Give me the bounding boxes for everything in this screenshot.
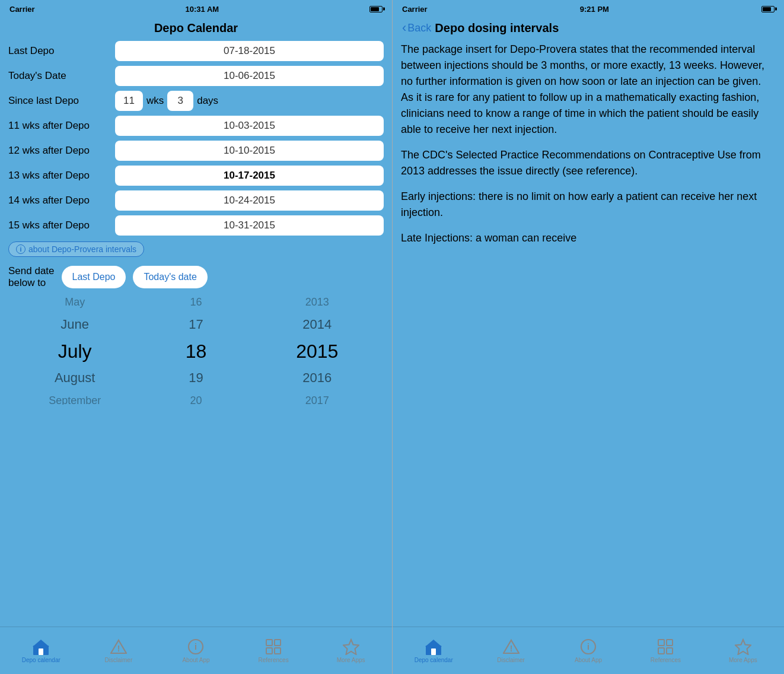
back-label: Back: [407, 22, 431, 34]
info-icon-right: i: [580, 638, 597, 655]
svg-rect-21: [658, 648, 664, 654]
svg-text:i: i: [195, 642, 197, 651]
svg-marker-11: [343, 640, 359, 654]
date-picker[interactable]: May June July August September 16 17 18 …: [8, 298, 384, 405]
content-para-1: The package insert for Depo-Provera stat…: [401, 42, 776, 138]
back-header: ‹ Back Depo dosing intervals: [393, 17, 784, 42]
since-label: Since last Depo: [8, 95, 115, 107]
info-btn-label: about Depo-Provera intervals: [28, 244, 136, 254]
svg-rect-14: [431, 648, 436, 655]
svg-marker-13: [425, 640, 442, 647]
picker-year-2013: 2013: [257, 298, 378, 312]
tab-more-apps-left[interactable]: More Apps: [312, 635, 390, 667]
tab-label-disclaimer-right: Disclaimer: [497, 657, 525, 663]
since-days-value: 3: [167, 91, 193, 111]
tab-depo-calendar-right[interactable]: Depo calendar: [395, 635, 472, 667]
back-button[interactable]: ‹ Back: [402, 20, 431, 36]
picker-month-september: September: [14, 390, 135, 405]
since-weeks-unit: wks: [146, 95, 164, 107]
week-15-value: 10-31-2015: [115, 215, 384, 236]
grid-icon-right: [657, 638, 674, 655]
send-date-row: Send datebelow to Last Depo Today's date: [8, 265, 384, 290]
battery-icon-left: [369, 6, 383, 12]
content-para-2: The CDC's Selected Practice Recommendati…: [401, 147, 776, 179]
tab-label-references-left: References: [259, 657, 289, 663]
status-bar-left: Carrier 10:31 AM: [0, 0, 392, 17]
svg-rect-8: [275, 640, 281, 646]
tab-about-left[interactable]: i About App: [157, 635, 235, 667]
info-button[interactable]: i about Depo-Provera intervals: [8, 241, 144, 257]
tab-references-right[interactable]: References: [627, 635, 704, 667]
tab-more-apps-right[interactable]: More Apps: [705, 635, 782, 667]
since-values: 11 wks 3 days: [115, 91, 218, 111]
svg-rect-20: [667, 640, 673, 646]
svg-marker-1: [33, 640, 49, 647]
picker-month-june: June: [14, 312, 135, 337]
picker-year-col[interactable]: 2013 2014 2015 2016 2017: [257, 298, 378, 405]
picker-year-2016: 2016: [257, 365, 378, 390]
main-content-left: Last Depo 07-18-2015 Today's Date 10-06-…: [0, 41, 392, 627]
tab-references-left[interactable]: References: [235, 635, 313, 667]
picker-day-16: 16: [135, 298, 256, 312]
warning-icon-left: !: [110, 638, 127, 655]
week-15-label: 15 wks after Depo: [8, 220, 115, 231]
right-content: The package insert for Depo-Provera stat…: [393, 42, 784, 627]
grid-icon-left: [265, 638, 282, 655]
tab-disclaimer-right[interactable]: ! Disclaimer: [472, 635, 549, 667]
tab-about-right[interactable]: i About App: [550, 635, 627, 667]
week-13-value: 10-17-2015: [115, 166, 384, 186]
week-row-15: 15 wks after Depo 10-31-2015: [8, 215, 384, 236]
tab-disclaimer-left[interactable]: ! Disclaimer: [80, 635, 158, 667]
week-14-value: 10-24-2015: [115, 190, 384, 211]
since-weeks-value: 11: [115, 91, 143, 111]
todays-date-value[interactable]: 10-06-2015: [115, 66, 384, 86]
tab-bar-right: Depo calendar ! Disclaimer i About App: [393, 627, 784, 674]
left-phone: Carrier 10:31 AM Depo Calendar Last Depo…: [0, 0, 392, 674]
battery-area-right: [761, 6, 775, 12]
carrier-right: Carrier: [402, 5, 428, 14]
star-icon-left: [343, 638, 359, 655]
picker-month-july: July: [14, 337, 135, 365]
picker-day-17: 17: [135, 312, 256, 337]
tab-bar-left: Depo calendar ! Disclaimer i About App: [0, 627, 392, 674]
send-last-depo-button[interactable]: Last Depo: [62, 266, 126, 288]
picker-year-2017: 2017: [257, 390, 378, 405]
content-para-3: Early injections: there is no limit on h…: [401, 189, 776, 221]
picker-year-2014: 2014: [257, 312, 378, 337]
battery-area-left: [369, 6, 383, 12]
last-depo-row: Last Depo 07-18-2015: [8, 41, 384, 61]
tab-label-references-right: References: [651, 657, 681, 663]
time-right: 9:21 PM: [580, 5, 609, 14]
since-days-unit: days: [197, 95, 218, 107]
picker-day-19: 19: [135, 365, 256, 390]
svg-rect-9: [266, 648, 272, 654]
picker-day-col[interactable]: 16 17 18 19 20: [135, 298, 256, 405]
tab-label-more-apps-right: More Apps: [729, 657, 757, 663]
tab-label-depo-calendar-left: Depo calendar: [22, 657, 60, 663]
send-todays-date-button[interactable]: Today's date: [133, 266, 207, 288]
week-12-label: 12 wks after Depo: [8, 145, 115, 157]
send-date-label: Send datebelow to: [8, 265, 55, 290]
warning-icon-right: !: [503, 638, 520, 655]
svg-rect-7: [266, 640, 272, 646]
last-depo-value[interactable]: 07-18-2015: [115, 41, 384, 61]
picker-month-august: August: [14, 365, 135, 390]
house-icon-right: [425, 638, 442, 655]
svg-rect-19: [658, 640, 664, 646]
week-row-13: 13 wks after Depo 10-17-2015: [8, 166, 384, 186]
info-circle-icon: i: [16, 244, 26, 254]
app-header-left: Depo Calendar: [0, 17, 392, 41]
week-11-label: 11 wks after Depo: [8, 120, 115, 132]
picker-month-col[interactable]: May June July August September: [14, 298, 135, 405]
todays-date-row: Today's Date 10-06-2015: [8, 66, 384, 86]
week-14-label: 14 wks after Depo: [8, 195, 115, 206]
tab-label-more-apps-left: More Apps: [337, 657, 365, 663]
tab-depo-calendar-left[interactable]: Depo calendar: [2, 635, 80, 667]
info-row: i about Depo-Provera intervals: [8, 241, 384, 257]
picker-year-2015: 2015: [257, 337, 378, 365]
svg-text:!: !: [117, 644, 120, 653]
todays-date-label: Today's Date: [8, 70, 115, 82]
battery-icon-right: [761, 6, 775, 12]
time-left: 10:31 AM: [186, 5, 219, 14]
star-icon-right: [735, 638, 751, 655]
